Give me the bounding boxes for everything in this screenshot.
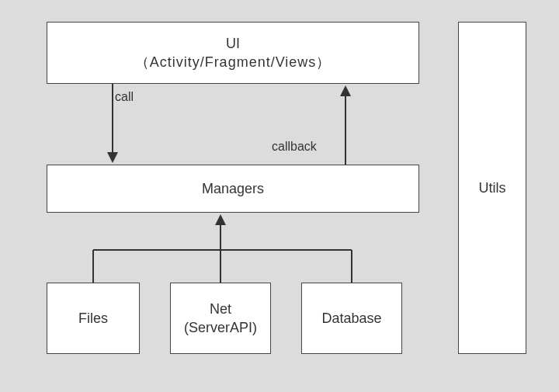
svg-marker-9	[215, 214, 226, 225]
net-title: Net	[210, 300, 231, 318]
svg-marker-3	[340, 85, 351, 96]
utils-box: Utils	[458, 22, 526, 354]
net-box: Net (ServerAPI)	[170, 283, 271, 354]
arrow-call-down-icon	[105, 84, 120, 165]
managers-title: Managers	[202, 179, 264, 198]
managers-box: Managers	[47, 165, 419, 213]
ui-subtitle: （Activity/Fragment/Views）	[135, 53, 332, 71]
files-box: Files	[47, 283, 140, 354]
files-title: Files	[78, 309, 108, 328]
net-subtitle: (ServerAPI)	[184, 318, 257, 337]
arrow-sources-up-icon	[47, 213, 419, 283]
utils-title: Utils	[479, 179, 506, 197]
ui-box: UI （Activity/Fragment/Views）	[47, 22, 419, 84]
svg-marker-1	[107, 152, 118, 163]
database-box: Database	[301, 283, 402, 354]
arrow-callback-up-icon	[338, 84, 353, 165]
callback-label: callback	[272, 140, 317, 154]
ui-title: UI	[226, 34, 240, 53]
database-title: Database	[321, 309, 381, 328]
